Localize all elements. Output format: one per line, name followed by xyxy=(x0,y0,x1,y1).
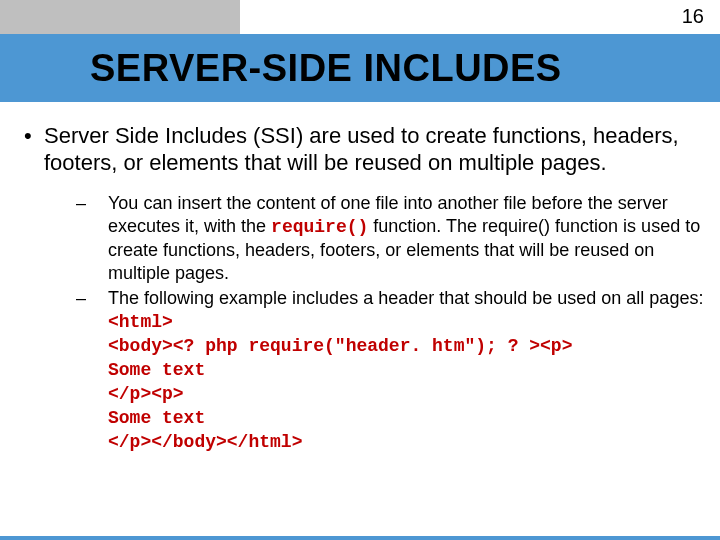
top-bar-grey xyxy=(0,0,240,34)
sub-text: The following example includes a header … xyxy=(108,287,710,454)
bullet-item: • Server Side Includes (SSI) are used to… xyxy=(20,122,710,176)
code-line: </p></body></html> xyxy=(108,432,302,452)
code-line: <body><? php require("header. htm"); ? >… xyxy=(108,336,572,356)
bullet-text: Server Side Includes (SSI) are used to c… xyxy=(44,122,710,176)
sub-marker: – xyxy=(74,192,108,285)
code-line: <html> xyxy=(108,312,173,332)
code-line: Some text xyxy=(108,360,205,380)
code-line: </p><p> xyxy=(108,384,184,404)
slide-title: SERVER-SIDE INCLUDES xyxy=(0,47,562,90)
top-bar: 16 xyxy=(0,0,720,34)
bullet-marker: • xyxy=(20,122,44,176)
inline-code: require() xyxy=(271,217,368,237)
sub-list: – You can insert the content of one file… xyxy=(74,192,710,454)
slide: 16 SERVER-SIDE INCLUDES • Server Side In… xyxy=(0,0,720,540)
sub-marker: – xyxy=(74,287,108,454)
sub-item: – You can insert the content of one file… xyxy=(74,192,710,285)
code-line: Some text xyxy=(108,408,205,428)
sub2-intro: The following example includes a header … xyxy=(108,288,703,308)
bottom-accent-bar xyxy=(0,536,720,540)
content-area: • Server Side Includes (SSI) are used to… xyxy=(20,112,710,456)
top-bar-white xyxy=(240,0,720,34)
page-number: 16 xyxy=(682,5,704,28)
title-band: SERVER-SIDE INCLUDES xyxy=(0,34,720,102)
sub-text: You can insert the content of one file i… xyxy=(108,192,710,285)
sub-item: – The following example includes a heade… xyxy=(74,287,710,454)
